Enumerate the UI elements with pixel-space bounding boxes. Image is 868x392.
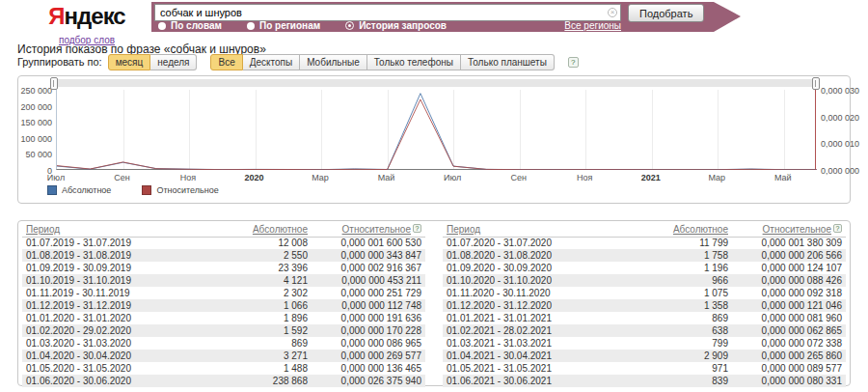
search-mode-label: По словам [171, 20, 222, 31]
table-row: 01.02.2021 - 28.02.20216380,000 000 062 … [443, 324, 846, 337]
period-cell: 01.11.2020 - 30.11.2020 [443, 287, 653, 299]
relative-cell: 0,000 026 375 940 [312, 375, 425, 387]
radio-icon [345, 21, 354, 30]
column-header-label: Абсолютное [673, 224, 728, 235]
column-header: Относительное? [312, 223, 425, 237]
yandex-logo[interactable]: Яндекс подбор слов [33, 3, 141, 47]
table-row: 01.01.2020 - 31.01.20201 8960,000 000 19… [22, 312, 425, 324]
relative-cell: 0,000 001 600 530 [312, 237, 425, 249]
x-axis-tick-label: 2020 [233, 173, 276, 182]
x-axis-tick-label: Ноя [167, 173, 209, 182]
x-axis-tick-label: Мар [695, 173, 738, 182]
filters-row: Группировать по: месяцнеделя ВсеДесктопы… [17, 54, 579, 70]
banner-arrow-decoration [714, 2, 741, 32]
group-by-option-0[interactable]: месяц [108, 54, 151, 70]
table-header: ПериодАбсолютноеОтносительное? [22, 223, 425, 237]
search-mode-1[interactable]: По регионам [247, 20, 320, 31]
relative-cell: 0,000 000 170 228 [312, 324, 425, 337]
search-mode-0[interactable]: По словам [158, 20, 222, 31]
history-chart-panel: 250 000200 000150 000100 00050 0000 0,00… [17, 75, 851, 204]
table-row: 01.10.2019 - 31.10.20194 1210,000 000 45… [22, 274, 425, 287]
x-axis-tick-label: Мар [299, 173, 341, 182]
relative-cell: 0,000 000 343 847 [312, 249, 425, 262]
absolute-cell: 1 592 [232, 324, 312, 337]
search-mode-label: История запросов [359, 20, 447, 31]
relative-cell: 0,000 000 265 860 [732, 350, 846, 362]
relative-help-icon[interactable]: ? [413, 224, 421, 233]
absolute-cell: 2 302 [232, 287, 312, 299]
column-header: Абсолютное [653, 223, 732, 237]
absolute-cell: 966 [653, 274, 732, 287]
absolute-cell: 12 008 [232, 237, 312, 249]
column-header-label[interactable]: Период [447, 224, 480, 235]
period-cell: 01.09.2020 - 30.09.2020 [443, 262, 653, 274]
period-cell: 01.07.2019 - 31.07.2019 [22, 237, 232, 249]
table-row: 01.08.2020 - 31.08.20201 7580,000 000 20… [443, 249, 846, 262]
table-row: 01.02.2020 - 29.02.20201 5920,000 000 17… [22, 324, 425, 337]
relative-help-icon[interactable]: ? [833, 224, 842, 233]
filters-help-icon[interactable]: ? [568, 57, 579, 68]
clear-input-icon[interactable]: × [608, 8, 617, 17]
group-by-label: Группировать по: [17, 56, 102, 68]
table-row: 01.10.2020 - 31.10.20209660,000 000 088 … [443, 274, 846, 287]
legend-label: Относительное [156, 185, 218, 195]
period-cell: 01.01.2020 - 31.01.2020 [22, 312, 232, 324]
device-option-4[interactable]: Только планшеты [461, 54, 555, 70]
search-mode-label: По регионам [259, 20, 320, 31]
device-option-0[interactable]: Все [210, 54, 242, 70]
radio-icon [247, 22, 255, 30]
x-axis-tick-label: 2021 [630, 173, 672, 182]
relative-cell: 0,000 000 191 636 [312, 312, 425, 324]
absolute-cell: 1 896 [232, 312, 312, 324]
group-by-option-1[interactable]: неделя [150, 54, 197, 70]
range-slider-handle-right[interactable] [812, 77, 820, 90]
x-axis-tick-label: Июл [431, 173, 474, 182]
absolute-cell: 869 [653, 312, 732, 324]
search-mode-2[interactable]: История запросов [345, 20, 447, 31]
table-row: 01.12.2020 - 31.12.20201 3580,000 000 12… [443, 299, 846, 312]
period-cell: 01.10.2020 - 31.10.2020 [443, 274, 653, 287]
relative-cell: 0,000 002 916 367 [312, 262, 425, 274]
submit-button[interactable]: Подобрать [628, 4, 704, 22]
all-regions-link[interactable]: Все регионы [521, 20, 621, 31]
period-cell: 01.05.2021 - 31.05.2021 [443, 362, 653, 375]
column-header: Относительное? [732, 223, 846, 237]
x-axis-tick-label: Май [762, 173, 804, 182]
period-cell: 01.08.2019 - 31.08.2019 [22, 249, 232, 262]
table-row: 01.06.2020 - 30.06.2020238 8680,000 026 … [22, 375, 425, 387]
x-axis-tick-label: Ноя [563, 173, 606, 182]
column-header-label: Абсолютное [253, 224, 308, 235]
table-row: 01.05.2020 - 31.05.20201 4880,000 000 13… [22, 362, 425, 375]
absolute-cell: 238 868 [232, 375, 312, 387]
column-header-label[interactable]: Период [26, 224, 60, 235]
range-slider-handle-left[interactable] [50, 77, 58, 90]
left-axis-tick-label: 100 000 [18, 134, 52, 144]
period-cell: 01.03.2020 - 31.03.2020 [22, 337, 232, 350]
x-axis-tick-label: Май [366, 173, 408, 182]
period-cell: 01.07.2020 - 31.07.2020 [443, 237, 653, 249]
legend-item: Относительное [142, 185, 218, 195]
table-row: 01.12.2019 - 31.12.20191 0660,000 000 11… [22, 299, 425, 312]
absolute-cell: 638 [653, 324, 732, 337]
period-cell: 01.04.2021 - 30.04.2021 [443, 350, 653, 362]
yandex-logo-text: Яндекс [33, 3, 141, 30]
device-option-2[interactable]: Мобильные [300, 54, 367, 70]
legend-swatch-icon [142, 185, 151, 195]
device-option-1[interactable]: Десктопы [243, 54, 300, 70]
period-cell: 01.05.2020 - 31.05.2020 [22, 362, 232, 375]
chart-range-slider-track[interactable] [54, 79, 818, 87]
left-axis-tick-label: 50 000 [18, 150, 52, 159]
period-cell: 01.04.2020 - 30.04.2020 [22, 350, 232, 362]
period-cell: 01.02.2020 - 29.02.2020 [22, 324, 232, 337]
device-option-3[interactable]: Только телефоны [367, 54, 461, 70]
period-cell: 01.02.2021 - 28.02.2021 [443, 324, 653, 337]
absolute-cell: 11 799 [653, 237, 732, 249]
history-table-left: ПериодАбсолютноеОтносительное?01.07.2019… [22, 223, 425, 387]
table-row: 01.03.2020 - 31.03.20208690,000 000 086 … [22, 337, 425, 350]
relative-cell: 0,000 000 124 107 [732, 262, 846, 274]
history-table-right-half: ПериодАбсолютноеОтносительное?01.07.2020… [443, 223, 846, 383]
period-cell: 01.12.2019 - 31.12.2019 [22, 299, 232, 312]
column-header: Абсолютное [232, 223, 312, 237]
relative-cell: 0,000 000 206 566 [732, 249, 846, 262]
radio-icon [158, 22, 166, 30]
